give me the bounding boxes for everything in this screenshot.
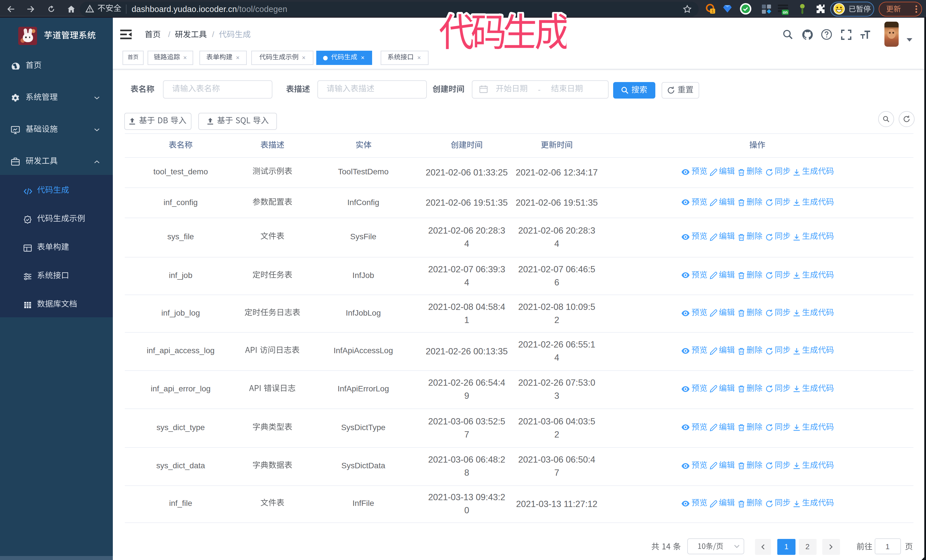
svg-text:on: on	[783, 10, 788, 15]
svg-text:1: 1	[711, 9, 714, 14]
